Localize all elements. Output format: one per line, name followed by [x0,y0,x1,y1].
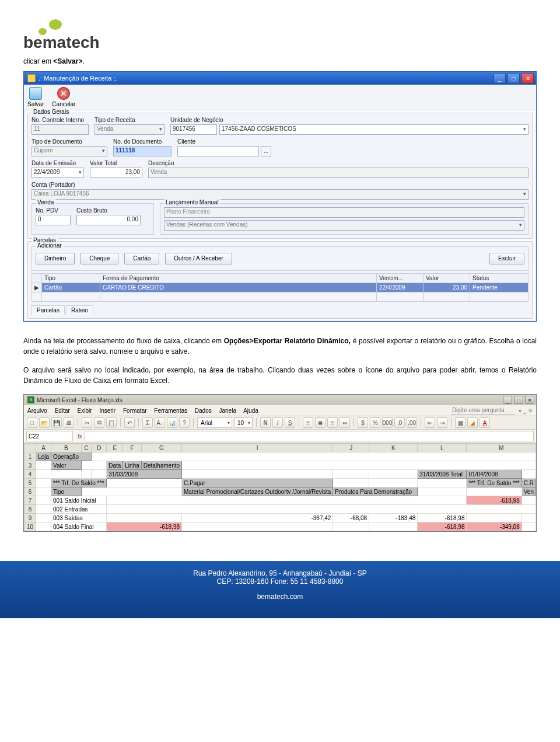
chart-icon[interactable]: 📊 [167,417,177,428]
cliente-input[interactable] [177,146,259,156]
font-color-icon[interactable]: A [480,417,490,428]
plano-financeiro-select[interactable]: Vendas (Receitas com Vendas) [164,220,524,231]
custo-bruto-input[interactable]: 0,00 [76,215,141,225]
borders-icon[interactable]: ▦ [455,417,466,428]
new-icon[interactable]: □ [27,417,37,428]
menu-formatar[interactable]: Formatar [123,407,147,414]
save-button[interactable]: Salvar [27,87,44,107]
cliente-lookup-button[interactable]: … [261,146,271,156]
plano-financeiro-label: Plano Financeiro [164,207,524,218]
paste-icon[interactable]: 📋 [106,417,117,428]
print-icon[interactable]: 🖶 [64,417,74,428]
name-box[interactable]: C22 [26,431,73,441]
underline-icon[interactable]: S [285,417,295,428]
tab-rateio[interactable]: Rateio [66,305,93,315]
sort-asc-icon[interactable]: A↓ [155,417,165,428]
no-controle-label: No. Controle Interno [32,117,89,123]
cheque-button[interactable]: Cheque [80,253,118,264]
percent-icon[interactable]: % [370,417,380,428]
dinheiro-button[interactable]: Dinheiro [36,253,75,264]
font-name-select[interactable]: Arial [197,417,232,428]
parcelas-grid[interactable]: Tipo Forma de Pagamento Vencim... Valor … [32,273,528,302]
menu-inserir[interactable]: Inserir [99,407,116,414]
close-icon[interactable]: ✕ [522,73,534,83]
menu-exibir[interactable]: Exibir [78,407,92,414]
menu-ajuda[interactable]: Ajuda [243,407,258,414]
increase-decimal-icon[interactable]: ,0 [394,417,405,428]
data-emissao-label: Data de Emissão [32,160,84,166]
menu-ferramentas[interactable]: Ferramentas [154,407,187,414]
cartao-button[interactable]: Cartão [124,253,159,264]
conta-select[interactable]: Caixa LOJA 9017456 [32,189,528,200]
menu-dados[interactable]: Dados [195,407,212,414]
cancel-button[interactable]: Cancelar [52,87,75,107]
valor-total-input[interactable]: 23,00 [90,168,142,178]
font-size-select[interactable]: 10 [234,417,253,428]
ask-question-input[interactable] [451,406,515,414]
table-row [32,292,528,302]
undo-icon[interactable]: ↶ [124,417,135,428]
conta-label: Conta (Portador) [32,182,528,188]
menu-editar[interactable]: Editar [55,407,70,414]
cut-icon[interactable]: ✂ [82,417,92,428]
align-right-icon[interactable]: ≡ [327,417,338,428]
decrease-decimal-icon[interactable]: ,00 [407,417,417,428]
maximize-icon[interactable]: □ [514,396,523,404]
align-center-icon[interactable]: ≣ [315,417,326,428]
open-icon[interactable]: 📂 [39,417,50,428]
unidade-nome-select[interactable]: 17456-ZAAD COSMETICOS [219,124,528,135]
fill-color-icon[interactable]: ◢ [467,417,478,428]
help-icon[interactable]: ? [179,417,190,428]
minimize-icon[interactable]: _ [503,396,512,404]
copy-icon[interactable]: ⧉ [94,417,104,428]
indent-left-icon[interactable]: ⇤ [425,417,435,428]
merge-icon[interactable]: ⇔ [340,417,350,428]
close-icon[interactable]: ✕ [525,396,534,404]
unidade-cod-input[interactable]: 9017456 [170,124,217,135]
fieldset-venda: Venda No. PDV 0 Custo Bruto 0,00 [32,203,154,235]
data-emissao-input[interactable]: 22/4/2009 [32,168,84,178]
align-left-icon[interactable]: ≡ [303,417,313,428]
italic-icon[interactable]: I [272,417,283,428]
descricao-input[interactable]: Venda [148,168,528,178]
outros-button[interactable]: Outros / A Receber [165,253,232,264]
grid-header-valor[interactable]: Valor [424,274,470,283]
indent-right-icon[interactable]: ⇥ [437,417,447,428]
tab-parcelas[interactable]: Parcelas [32,305,65,315]
table-row[interactable]: ▶ Cartão CARTAO DE CREDITO 22/4/2009 23,… [32,283,528,292]
page-footer: Rua Pedro Alexandrino, 95 - Anhangabaú -… [0,561,560,618]
tipo-receita-label: Tipo de Receita [94,117,164,123]
no-controle-input[interactable]: 11 [32,124,89,135]
grid-header-forma[interactable]: Forma de Pagamento [100,274,377,283]
no-doc-input[interactable]: 111118 [113,146,172,156]
no-pdv-input[interactable]: 0 [36,215,71,225]
no-doc-label: No. do Documento [113,138,172,145]
window-title: .: Manutenção de Receita :. [38,75,117,82]
excel-sheet[interactable]: A B C D E F G I J K L M 1 Loja Operação [24,443,536,531]
tipo-receita-select[interactable]: Venda [94,124,164,135]
formula-input[interactable] [85,431,534,441]
tipo-doc-label: Tipo de Documento [32,138,107,145]
menu-janela[interactable]: Janela [219,407,236,414]
currency-icon[interactable]: $ [358,417,368,428]
grid-header-tipo[interactable]: Tipo [42,274,100,283]
minimize-icon[interactable]: _ [494,73,506,83]
excluir-button[interactable]: Excluir [489,253,524,264]
bold-icon[interactable]: N [260,417,271,428]
excel-titlebar: X Microsoft Excel - Fluxo Março.xls _ □ … [24,395,536,405]
save-icon[interactable]: 💾 [51,417,62,428]
cliente-label: Cliente [177,138,528,145]
excel-icon: X [27,396,34,403]
autosum-icon[interactable]: Σ [142,417,153,428]
excel-formula-bar: C22 fx [24,430,536,443]
thousands-icon[interactable]: 000 [382,417,393,428]
no-pdv-label: No. PDV [36,207,71,214]
menu-arquivo[interactable]: Arquivo [27,407,47,414]
descricao-label: Descrição [148,160,528,166]
grid-header-status[interactable]: Status [470,274,528,283]
tipo-doc-select[interactable]: Cupom [32,146,107,156]
fx-icon[interactable]: fx [78,433,82,440]
excel-menubar: Arquivo Editar Exibir Inserir Formatar F… [24,405,536,416]
maximize-icon[interactable]: □ [508,73,520,83]
grid-header-vencim[interactable]: Vencim... [377,274,424,283]
